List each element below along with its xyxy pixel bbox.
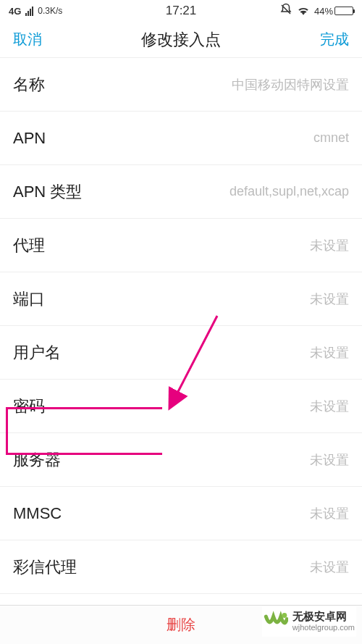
status-time: 17:21 <box>166 4 197 18</box>
row-proxy[interactable]: 代理 未设置 <box>0 219 362 272</box>
row-value: 未设置 <box>310 559 349 576</box>
row-label: 端口 <box>13 288 45 310</box>
row-mms-proxy[interactable]: 彩信代理 未设置 <box>0 540 362 594</box>
cancel-button[interactable]: 取消 <box>13 30 42 49</box>
svg-point-1 <box>282 613 287 618</box>
watermark-url: wjhotelgroup.com <box>292 623 355 632</box>
row-value: 未设置 <box>310 451 349 469</box>
row-password[interactable]: 密码 未设置 <box>0 380 362 433</box>
row-value: 未设置 <box>310 398 349 415</box>
settings-list: 名称 中国移动因特网设置 APN cmnet APN 类型 default,su… <box>0 58 362 644</box>
row-value: default,supl,net,xcap <box>230 184 349 199</box>
row-name[interactable]: 名称 中国移动因特网设置 <box>0 58 362 112</box>
battery-icon <box>334 7 353 15</box>
watermark-logo-icon <box>264 609 288 634</box>
data-rate: 0.3K/s <box>38 6 62 16</box>
done-button[interactable]: 完成 <box>320 30 349 49</box>
row-label: MMSC <box>13 504 62 523</box>
status-left: 4G 0.3K/s <box>9 6 166 17</box>
delete-button[interactable]: 删除 <box>167 615 195 635</box>
row-value: 未设置 <box>310 344 349 361</box>
row-label: APN <box>13 129 46 148</box>
row-label: 代理 <box>13 235 45 256</box>
row-username[interactable]: 用户名 未设置 <box>0 326 362 380</box>
row-server[interactable]: 服务器 未设置 <box>0 433 362 487</box>
page-title: 修改接入点 <box>141 29 221 51</box>
row-label: 名称 <box>13 74 45 96</box>
row-apn[interactable]: APN cmnet <box>0 112 362 165</box>
row-apn-type[interactable]: APN 类型 default,supl,net,xcap <box>0 165 362 219</box>
row-label: 密码 <box>13 396 45 417</box>
wifi-icon <box>297 5 310 17</box>
row-value: cmnet <box>313 130 349 146</box>
row-value: 未设置 <box>310 505 349 522</box>
watermark-title: 无极安卓网 <box>292 610 355 623</box>
row-value: 未设置 <box>310 237 349 254</box>
row-label: 服务器 <box>13 449 61 471</box>
nav-bar: 取消 修改接入点 完成 <box>0 22 362 58</box>
row-mmsc[interactable]: MMSC 未设置 <box>0 487 362 540</box>
watermark: 无极安卓网 wjhotelgroup.com <box>262 606 356 637</box>
row-label: 彩信代理 <box>13 556 77 578</box>
row-value: 未设置 <box>310 290 349 308</box>
network-type: 4G <box>9 6 21 17</box>
battery-indicator: 44% <box>314 6 353 17</box>
row-label: APN 类型 <box>13 181 82 203</box>
signal-icon <box>25 7 33 16</box>
row-value: 中国移动因特网设置 <box>232 76 349 93</box>
alarm-off-icon <box>279 3 292 19</box>
row-label: 用户名 <box>13 342 61 364</box>
status-right: 44% <box>196 3 353 19</box>
row-port[interactable]: 端口 未设置 <box>0 272 362 326</box>
status-bar: 4G 0.3K/s 17:21 44% <box>0 0 362 22</box>
battery-percent: 44% <box>314 6 333 17</box>
